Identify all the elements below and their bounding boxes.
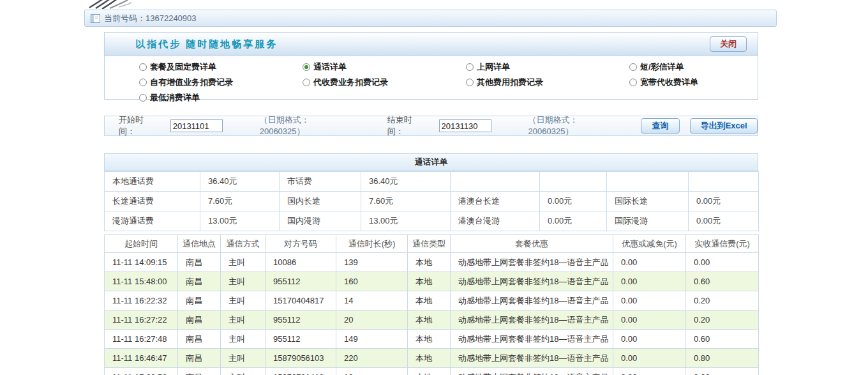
- detail-cell: 动感地带上网套餐非签约18—语音主产品: [451, 253, 613, 272]
- detail-cell: 本地: [408, 291, 451, 310]
- detail-cell: 11-11 14:09:15: [105, 253, 178, 272]
- detail-cell: 0.00: [613, 330, 686, 349]
- detail-cell: 南昌: [178, 330, 221, 349]
- summary-row: 本地通话费36.40元市话费36.40元: [105, 172, 759, 192]
- detail-cell: 0.00: [686, 253, 759, 272]
- panel-header: 以指代步 随时随地畅享服务 关闭: [105, 33, 758, 56]
- detail-cell: 149: [336, 330, 408, 349]
- detail-cell: 160: [336, 272, 408, 291]
- summary-cell: [451, 172, 540, 192]
- detail-cell: 南昌: [178, 291, 221, 310]
- summary-cell: [540, 172, 607, 192]
- end-date-input[interactable]: [439, 119, 491, 132]
- detail-table: 起始时间通信地点通信方式对方号码通信时长(秒)通信类型套餐优惠优惠或减免(元)实…: [104, 234, 759, 375]
- radio-button[interactable]: [629, 79, 637, 86]
- radio-button[interactable]: [139, 79, 147, 86]
- detail-header-row: 起始时间通信地点通信方式对方号码通信时长(秒)通信类型套餐优惠优惠或减免(元)实…: [105, 235, 759, 253]
- number-card-icon: [91, 14, 100, 23]
- summary-row: 长途通话费7.60元国内长途7.60元港澳台长途0.00元国际长途0.00元: [105, 192, 759, 211]
- detail-row: 11-11 17:26:50南昌主叫1507079141313本地动感地带上网套…: [105, 368, 759, 375]
- radio-option[interactable]: 上网详单: [466, 61, 629, 72]
- detail-cell: 11-11 16:22:32: [105, 291, 178, 310]
- radio-option[interactable]: 套餐及固定费详单: [139, 61, 303, 72]
- detail-cell: 南昌: [178, 253, 221, 272]
- summary-cell: 港澳台漫游: [451, 211, 540, 231]
- detail-cell: 955112: [266, 330, 336, 349]
- detail-cell: 0.60: [686, 330, 759, 349]
- radio-option[interactable]: 最低消费详单: [139, 92, 303, 103]
- radio-option[interactable]: 代收费业务扣费记录: [303, 77, 466, 88]
- detail-cell: 11-11 15:48:00: [105, 272, 178, 291]
- detail-cell: 11-11 16:27:22: [105, 310, 178, 330]
- detail-cell: 0.60: [686, 272, 759, 291]
- radio-option-label: 代收费业务扣费记录: [313, 77, 388, 88]
- detail-cell: 0.00: [613, 272, 686, 291]
- options-grid: 套餐及固定费详单通话详单上网详单短/彩信详单自有增值业务扣费记录代收费业务扣费记…: [105, 56, 758, 103]
- detail-cell: 0.20: [686, 291, 759, 310]
- detail-row: 11-11 16:22:32南昌主叫1517040481714本地动感地带上网套…: [105, 291, 759, 310]
- detail-cell: 主叫: [221, 291, 266, 310]
- radio-option[interactable]: 通话详单: [303, 61, 466, 72]
- detail-cell: 10086: [266, 253, 336, 272]
- radio-button[interactable]: [139, 94, 147, 102]
- radio-option-label: 自有增值业务扣费记录: [150, 77, 233, 88]
- bill-type-panel: 以指代步 随时随地畅享服务 关闭 套餐及固定费详单通话详单上网详单短/彩信详单自…: [104, 32, 758, 100]
- detail-cell: 0.00: [613, 368, 686, 375]
- summary-table: 本地通话费36.40元市话费36.40元长途通话费7.60元国内长途7.60元港…: [104, 171, 759, 231]
- detail-cell: 动感地带上网套餐非签约18—语音主产品: [451, 272, 613, 291]
- detail-cell: 0.20: [686, 310, 759, 330]
- detail-row: 11-11 16:27:48南昌主叫955112149本地动感地带上网套餐非签约…: [105, 330, 759, 349]
- export-excel-button[interactable]: 导出到Excel: [690, 118, 758, 134]
- detail-column-header: 实收通信费(元): [686, 235, 759, 253]
- detail-row: 11-11 16:27:22南昌主叫95511220本地动感地带上网套餐非签约1…: [105, 310, 759, 330]
- summary-table-body: 本地通话费36.40元市话费36.40元长途通话费7.60元国内长途7.60元港…: [105, 172, 759, 231]
- summary-cell: 36.40元: [200, 172, 280, 192]
- detail-cell: 0.00: [613, 349, 686, 368]
- start-date-format-hint: （日期格式：20060325）: [260, 114, 354, 137]
- detail-cell: 南昌: [178, 368, 221, 375]
- radio-button[interactable]: [303, 79, 310, 86]
- end-time-label: 结束时间：: [387, 114, 429, 137]
- detail-cell: 南昌: [178, 272, 221, 291]
- close-button[interactable]: 关闭: [710, 36, 747, 52]
- detail-row: 11-11 15:48:00南昌主叫955112160本地动感地带上网套餐非签约…: [105, 272, 759, 291]
- radio-button[interactable]: [629, 63, 637, 71]
- detail-cell: 本地: [408, 330, 451, 349]
- detail-cell: 15070791413: [266, 368, 336, 375]
- radio-button[interactable]: [303, 63, 310, 71]
- partial-logo-swirl: [88, 0, 133, 9]
- detail-cell: 本地: [408, 253, 451, 272]
- detail-column-header: 优惠或减免(元): [613, 235, 686, 253]
- radio-option[interactable]: 其他费用扣费记录: [466, 77, 629, 88]
- summary-cell: 国内漫游: [280, 211, 361, 231]
- detail-cell: 955112: [266, 310, 336, 330]
- summary-cell: 7.60元: [200, 192, 280, 211]
- radio-button[interactable]: [466, 63, 474, 71]
- detail-cell: 15170404817: [266, 291, 336, 310]
- detail-cell: 11-11 17:26:50: [105, 368, 178, 375]
- radio-option[interactable]: 自有增值业务扣费记录: [139, 77, 303, 88]
- detail-cell: 动感地带上网套餐非签约18—语音主产品: [451, 310, 613, 330]
- detail-cell: 主叫: [221, 253, 266, 272]
- detail-row: 11-11 14:09:15南昌主叫10086139本地动感地带上网套餐非签约1…: [105, 253, 759, 272]
- radio-button[interactable]: [139, 63, 147, 71]
- summary-cell: 0.00元: [689, 211, 759, 231]
- detail-column-header: 通信类型: [408, 235, 451, 253]
- query-button[interactable]: 查询: [641, 118, 680, 134]
- radio-option[interactable]: 短/彩信详单: [629, 61, 758, 72]
- detail-cell: 主叫: [221, 349, 266, 368]
- summary-row: 漫游通话费13.00元国内漫游13.00元港澳台漫游0.00元国际漫游0.00元: [105, 211, 759, 231]
- detail-table-body: 11-11 14:09:15南昌主叫10086139本地动感地带上网套餐非签约1…: [105, 253, 759, 375]
- summary-cell: 港澳台长途: [451, 192, 540, 211]
- detail-section: 起始时间通信地点通信方式对方号码通信时长(秒)通信类型套餐优惠优惠或减免(元)实…: [104, 234, 758, 375]
- radio-option[interactable]: 宽带代收费详单: [629, 77, 758, 88]
- detail-cell: 南昌: [178, 349, 221, 368]
- radio-button[interactable]: [466, 79, 474, 86]
- detail-cell: 20: [336, 310, 408, 330]
- detail-cell: 南昌: [178, 310, 221, 330]
- detail-cell: 13: [336, 368, 408, 375]
- detail-cell: 139: [336, 253, 408, 272]
- start-date-input[interactable]: [170, 119, 223, 132]
- start-time-label: 开始时间：: [119, 114, 160, 137]
- radio-option-label: 通话详单: [313, 61, 347, 73]
